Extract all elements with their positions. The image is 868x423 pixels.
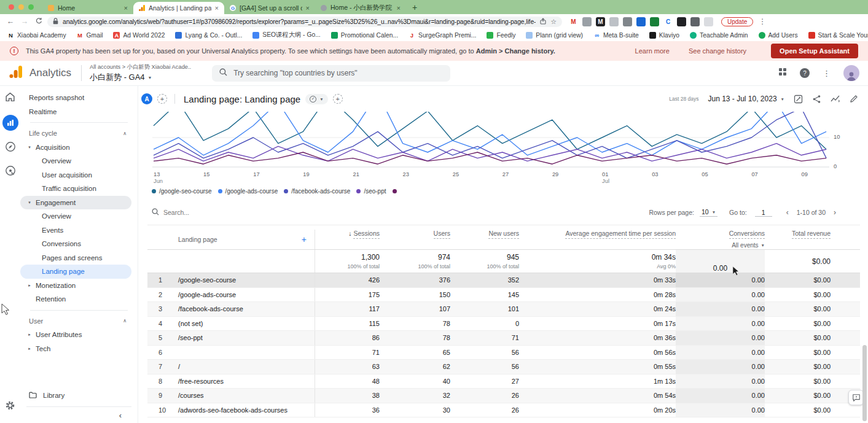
chevron-right-icon[interactable]: ▸ xyxy=(27,346,32,351)
window-controls[interactable] xyxy=(6,0,42,14)
sidebar-item-monetization[interactable]: ▸Monetization xyxy=(20,279,138,293)
apps-grid-icon[interactable] xyxy=(778,68,787,79)
extension-icon[interactable] xyxy=(582,17,592,26)
edit-comparison-icon[interactable] xyxy=(794,95,803,104)
add-column-button[interactable]: + xyxy=(302,235,307,244)
bookmark-seo课程大纲-go[interactable]: SEO课程大纲 - Go... xyxy=(252,31,320,39)
column-total-revenue[interactable]: Total revenue xyxy=(765,230,831,239)
share-report-icon[interactable] xyxy=(812,95,821,104)
admin-gear-icon[interactable] xyxy=(5,400,15,413)
close-tab-icon[interactable]: × xyxy=(306,4,310,12)
bookmark-teachable-admin[interactable]: Teachable Admin xyxy=(690,32,748,39)
chevron-right-icon[interactable]: ▸ xyxy=(27,332,32,337)
open-setup-assistant-button[interactable]: Open Setup Assistant xyxy=(771,44,858,58)
insights-icon[interactable] xyxy=(831,95,840,104)
sidebar-item-engagement[interactable]: ▾Engagement xyxy=(20,196,131,210)
page-scrollbar[interactable] xyxy=(862,345,867,421)
sidebar-item-user-acquisition[interactable]: User acquisition xyxy=(20,168,138,182)
sidebar-item-user-attributes[interactable]: ▸User Attributes xyxy=(20,328,138,342)
column-new-users[interactable]: New users xyxy=(450,230,519,239)
sidebar-item-pages-and-screens[interactable]: Pages and screens xyxy=(20,251,138,265)
avatar[interactable] xyxy=(843,65,859,81)
conversions-event-filter[interactable]: All events ▼ xyxy=(732,242,765,249)
goto-page-input[interactable] xyxy=(755,209,772,217)
extension-icon[interactable] xyxy=(650,17,659,26)
feedback-button[interactable] xyxy=(848,390,864,405)
advertising-icon[interactable] xyxy=(5,165,16,179)
traffic-chart-svg[interactable] xyxy=(138,112,868,170)
extension-icon[interactable] xyxy=(636,17,646,26)
bookmark-surgegraph-premi[interactable]: JSurgeGraph Premi... xyxy=(409,32,476,39)
sidebar-item-conversions[interactable]: Conversions xyxy=(20,237,138,251)
forward-button[interactable]: → xyxy=(19,17,30,26)
explore-icon[interactable] xyxy=(5,141,16,155)
sidebar-item-realtime[interactable]: Realtime xyxy=(20,105,138,119)
sidebar-item-tech[interactable]: ▸Tech xyxy=(20,342,138,356)
minimize-window-icon[interactable] xyxy=(18,4,24,10)
chevron-down-icon[interactable]: ▾ xyxy=(27,145,32,150)
reload-button[interactable] xyxy=(33,17,44,26)
bookmark-promotional-calen[interactable]: Promotional Calen... xyxy=(331,32,398,39)
close-tab-icon[interactable]: × xyxy=(124,4,128,12)
see-change-history-link[interactable]: See change history xyxy=(689,47,746,55)
bookmark-xiaobai-academy[interactable]: NXiaobai Academy xyxy=(7,32,66,39)
browser-menu-icon[interactable]: ⋮ xyxy=(759,17,766,26)
table-search-input[interactable] xyxy=(163,209,280,216)
bookmark-ad-world-2022[interactable]: AAd World 2022 xyxy=(113,32,165,39)
column-users[interactable]: Users xyxy=(380,230,450,239)
segment-a-badge[interactable]: A xyxy=(141,93,152,104)
sidebar-item-traffic-acquisition[interactable]: Traffic acquisition xyxy=(20,182,138,196)
learn-more-link[interactable]: Learn more xyxy=(635,47,670,55)
extension-icon[interactable] xyxy=(677,17,686,26)
share-icon[interactable] xyxy=(540,18,546,26)
url-bar[interactable]: analytics.google.com/analytics/web/?auth… xyxy=(47,17,562,27)
browser-tab-ga4-set-up-a-scroll-conversi[interactable]: G[GA4] Set up a scroll conversi× xyxy=(224,2,315,14)
browser-tab-home-小白新势学院[interactable]: Home - 小白新势学院× xyxy=(315,2,406,14)
sidebar-item-acquisition[interactable]: ▾Acquisition xyxy=(20,141,138,155)
column-avg-engagement[interactable]: Average engagement time per session xyxy=(519,230,676,239)
bookmark-lyang-co-outl[interactable]: Lyang & Co. - Outl... xyxy=(175,32,242,39)
edit-report-icon[interactable] xyxy=(850,95,858,103)
column-conversions[interactable]: Conversions All events ▼ xyxy=(676,230,765,249)
sidebar-section-user[interactable]: User∧ xyxy=(20,314,138,328)
close-window-icon[interactable] xyxy=(9,4,14,10)
sidebar-item-reports-snapshot[interactable]: Reports snapshot xyxy=(20,91,138,105)
extension-icon[interactable]: M xyxy=(596,17,605,26)
add-comparison-button[interactable]: + xyxy=(157,94,167,104)
collapse-section-icon[interactable]: ∧ xyxy=(123,131,127,136)
bookmark-meta-b-suite[interactable]: ∞Meta B-suite xyxy=(593,32,639,39)
previous-page-icon[interactable]: ‹ xyxy=(784,208,791,217)
sessions-line-chart[interactable]: 13Jun151719212325272901Jul03050709 100 /… xyxy=(138,112,868,198)
bookmark-star-icon[interactable]: ☆ xyxy=(550,18,557,26)
browser-tab-home[interactable]: Home× xyxy=(42,2,133,14)
new-tab-button[interactable]: + xyxy=(412,2,417,12)
chevron-down-icon[interactable]: ▾ xyxy=(27,200,32,205)
update-button[interactable]: Update xyxy=(721,17,753,26)
property-selector[interactable]: 小白新势 - GA4 ▼ xyxy=(90,72,191,83)
chevron-right-icon[interactable]: ▸ xyxy=(27,283,32,288)
extension-icon[interactable] xyxy=(609,17,619,26)
bookmark-add-users[interactable]: Add Users xyxy=(759,32,798,39)
add-filter-button[interactable]: + xyxy=(333,94,343,104)
sidebar-item-overview[interactable]: Overview xyxy=(20,154,138,168)
search-bar[interactable]: Try searching "top countries by users" xyxy=(212,65,450,82)
sidebar-item-events[interactable]: Events xyxy=(20,223,138,238)
column-landing-page[interactable]: Landing page xyxy=(178,236,217,243)
sidebar-item-retention[interactable]: Retention xyxy=(20,292,138,306)
maximize-window-icon[interactable] xyxy=(28,4,34,10)
next-page-icon[interactable]: › xyxy=(831,208,839,217)
close-tab-icon[interactable]: × xyxy=(215,4,219,12)
extension-icon[interactable]: M xyxy=(569,17,578,26)
reports-icon[interactable] xyxy=(2,115,18,131)
rows-per-page-select[interactable]: 10 ▼ xyxy=(700,208,717,217)
table-search[interactable] xyxy=(152,208,280,217)
column-sessions[interactable]: ↓ Sessions xyxy=(315,230,380,239)
date-range-selector[interactable]: Jun 13 - Jul 10, 2023 ▼ xyxy=(708,95,784,103)
sidebar-item-overview[interactable]: Overview xyxy=(20,209,138,223)
bookmark-plann-grid-view[interactable]: Plann (grid view) xyxy=(526,32,583,39)
bookmark-feedly[interactable]: Feedly xyxy=(487,32,515,39)
sidebar-item-library[interactable]: Library xyxy=(20,388,138,403)
collapse-sidebar-icon[interactable]: ‹ xyxy=(119,411,122,420)
sidebar-section-life-cycle[interactable]: Life cycle∧ xyxy=(20,126,138,141)
dimension-chip[interactable]: ✓ ▼ xyxy=(305,94,327,104)
